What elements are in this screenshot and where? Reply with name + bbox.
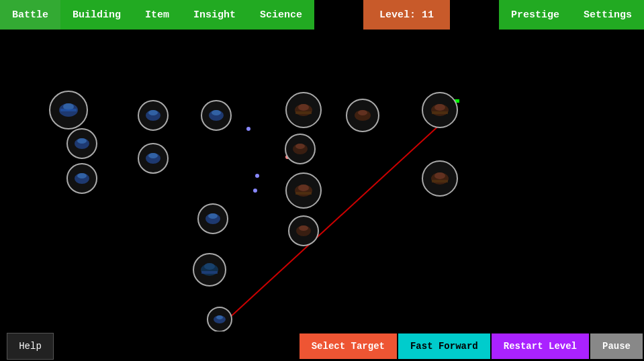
svg-rect-5 (430, 99, 459, 103)
battle-area (0, 30, 644, 361)
svg-point-11 (67, 129, 97, 158)
svg-point-29 (193, 254, 226, 286)
nav-spacer-right (450, 0, 499, 30)
svg-point-44 (293, 144, 308, 154)
svg-rect-6 (210, 313, 226, 315)
svg-point-9 (63, 103, 74, 110)
svg-point-24 (209, 110, 224, 121)
level-badge: Level: 11 (363, 0, 450, 30)
bottom-bar: Help Select Target Fast Forward Restart … (0, 331, 644, 361)
svg-point-59 (434, 172, 445, 179)
restart-level-button[interactable]: Restart Level (492, 333, 589, 359)
nav-spacer-left (314, 0, 363, 30)
svg-point-46 (286, 173, 321, 208)
svg-point-20 (138, 144, 168, 173)
svg-point-4 (285, 155, 289, 159)
svg-point-2 (255, 174, 259, 178)
svg-rect-56 (432, 111, 448, 114)
svg-point-1 (246, 127, 250, 131)
svg-line-0 (228, 115, 450, 319)
svg-point-47 (295, 185, 312, 197)
svg-point-7 (50, 91, 87, 129)
svg-point-21 (146, 153, 160, 164)
svg-rect-10 (60, 109, 77, 111)
nav-science[interactable]: Science (248, 0, 314, 30)
svg-point-13 (77, 138, 87, 144)
svg-point-30 (201, 264, 218, 276)
svg-point-38 (298, 104, 309, 111)
select-target-button[interactable]: Select Target (300, 333, 397, 359)
svg-point-36 (286, 93, 321, 127)
fast-forward-button[interactable]: Fast Forward (398, 333, 490, 359)
top-navigation: Battle Building Item Insight Science Lev… (0, 0, 644, 30)
help-button[interactable]: Help (7, 333, 54, 360)
svg-point-58 (431, 172, 449, 185)
nav-insight[interactable]: Insight (181, 0, 248, 30)
battle-svg (0, 30, 644, 361)
svg-rect-39 (295, 111, 312, 114)
nav-item[interactable]: Item (133, 0, 181, 30)
svg-point-28 (208, 213, 218, 219)
svg-point-27 (205, 213, 220, 224)
svg-point-57 (422, 161, 457, 196)
svg-point-12 (75, 138, 89, 149)
nav-prestige[interactable]: Prestige (499, 0, 571, 30)
svg-point-40 (347, 99, 379, 132)
nav-battle[interactable]: Battle (0, 0, 60, 30)
svg-rect-32 (201, 271, 218, 274)
svg-point-22 (148, 153, 158, 158)
svg-point-55 (434, 104, 445, 111)
svg-point-50 (289, 216, 318, 246)
svg-point-31 (204, 263, 215, 270)
svg-rect-49 (295, 192, 312, 195)
svg-point-15 (75, 173, 89, 184)
svg-point-41 (355, 110, 371, 121)
svg-point-17 (138, 101, 168, 130)
svg-point-25 (212, 110, 221, 115)
nav-settings[interactable]: Settings (571, 0, 644, 30)
svg-point-26 (198, 204, 228, 234)
svg-point-3 (253, 189, 257, 193)
svg-point-54 (431, 104, 449, 116)
svg-point-23 (201, 101, 231, 130)
svg-point-18 (146, 110, 160, 121)
svg-point-16 (77, 173, 87, 178)
svg-point-34 (214, 315, 226, 323)
pause-button[interactable]: Pause (590, 333, 643, 359)
svg-point-33 (208, 307, 232, 331)
svg-point-14 (67, 164, 97, 193)
svg-point-43 (285, 134, 315, 164)
svg-point-48 (298, 185, 309, 191)
svg-point-45 (295, 144, 305, 149)
svg-point-35 (216, 315, 223, 319)
svg-point-52 (299, 225, 308, 231)
svg-point-42 (358, 110, 367, 115)
svg-point-37 (295, 104, 312, 116)
svg-point-51 (296, 225, 311, 236)
svg-point-19 (148, 110, 158, 115)
svg-point-53 (422, 93, 457, 127)
nav-building[interactable]: Building (60, 0, 133, 30)
svg-rect-60 (432, 180, 448, 183)
svg-point-8 (59, 103, 78, 117)
